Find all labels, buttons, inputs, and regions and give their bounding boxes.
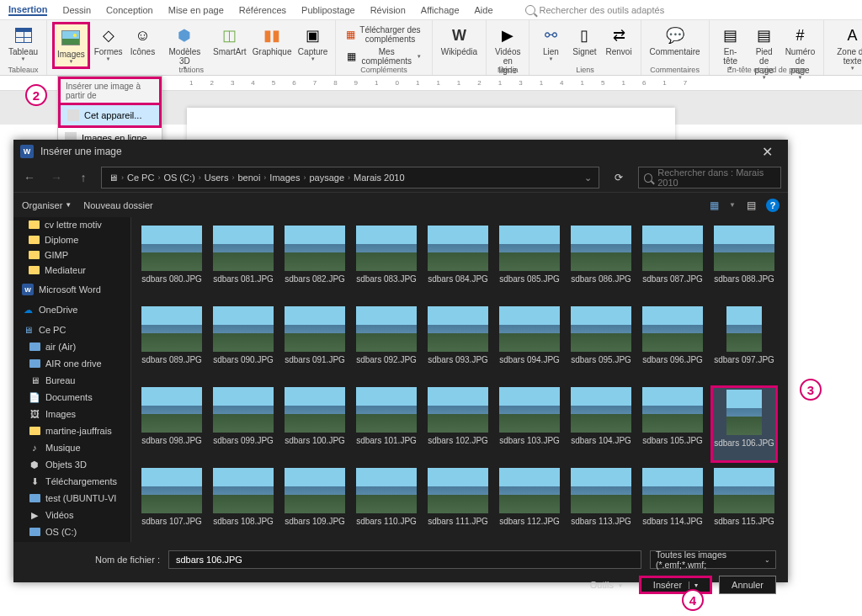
annuler-button[interactable]: Annuler xyxy=(719,576,776,594)
tab-mise-en-page[interactable]: Mise en page xyxy=(168,5,224,15)
up-button[interactable]: ↑ xyxy=(74,168,93,187)
sb-cepc-3[interactable]: 📄Documents xyxy=(13,389,130,406)
sb-cepc-11[interactable]: OS (C:) xyxy=(13,523,130,540)
sb-word[interactable]: WMicrosoft Word xyxy=(13,281,130,298)
lien-button[interactable]: ⚯Lien▼ xyxy=(535,22,567,64)
sb-cepc-9[interactable]: test (UBUNTU-VI xyxy=(13,490,130,507)
sb-cepc[interactable]: 🖥Ce PC xyxy=(13,321,130,338)
file-item[interactable]: sdbars 094.JPG xyxy=(496,305,563,382)
file-item[interactable]: sdbars 096.JPG xyxy=(639,305,706,382)
file-item[interactable]: sdbars 080.JPG xyxy=(138,224,205,301)
file-item[interactable]: sdbars 107.JPG xyxy=(138,466,205,542)
bc-4[interactable]: Images xyxy=(269,173,300,183)
refresh-button[interactable]: ⟳ xyxy=(608,167,630,189)
wikipedia-button[interactable]: WWikipédia xyxy=(438,22,481,59)
file-item[interactable]: sdbars 095.JPG xyxy=(567,305,635,382)
file-item[interactable]: sdbars 086.JPG xyxy=(567,224,635,301)
formes-button[interactable]: ◇Formes▼ xyxy=(92,22,125,64)
sb-cepc-6[interactable]: ♪Musique xyxy=(13,439,130,456)
file-item[interactable]: sdbars 115.JPG xyxy=(710,466,778,542)
sb-quick-2[interactable]: GIMP xyxy=(13,247,130,263)
file-item[interactable]: sdbars 105.JPG xyxy=(639,385,706,463)
file-item[interactable]: sdbars 102.JPG xyxy=(424,385,492,463)
file-grid[interactable]: sdbars 080.JPGsdbars 081.JPGsdbars 082.J… xyxy=(131,217,788,542)
help-button[interactable]: ? xyxy=(766,199,780,212)
renvoi-button[interactable]: ⇄Renvoi xyxy=(602,22,635,59)
tab-insertion[interactable]: Insertion xyxy=(8,4,47,16)
back-button[interactable]: ← xyxy=(20,168,39,187)
file-item[interactable]: sdbars 092.JPG xyxy=(353,305,420,382)
file-item[interactable]: sdbars 090.JPG xyxy=(210,305,277,382)
file-item[interactable]: sdbars 111.JPG xyxy=(424,466,492,542)
file-item[interactable]: sdbars 091.JPG xyxy=(281,305,349,382)
cet-appareil-item[interactable]: Cet appareil... xyxy=(58,103,162,128)
file-item[interactable]: sdbars 084.JPG xyxy=(424,224,492,301)
file-item[interactable]: sdbars 083.JPG xyxy=(353,224,420,301)
view-details-icon[interactable]: ▤ xyxy=(744,199,758,212)
bc-0[interactable]: Ce PC xyxy=(127,173,154,183)
tab-publipostage[interactable]: Publipostage xyxy=(301,5,355,15)
file-item[interactable]: sdbars 097.JPG xyxy=(710,305,778,382)
file-item[interactable]: sdbars 114.JPG xyxy=(639,466,706,542)
file-item[interactable]: sdbars 088.JPG xyxy=(710,224,778,301)
images-button[interactable]: Images ▼ xyxy=(52,22,90,69)
file-item[interactable]: sdbars 089.JPG xyxy=(138,305,205,382)
bc-6[interactable]: Marais 2010 xyxy=(354,173,405,183)
sb-quick-0[interactable]: cv lettre motiv xyxy=(13,217,130,232)
sb-cepc-8[interactable]: ⬇Téléchargements xyxy=(13,473,130,490)
telecharger-complements-button[interactable]: ▦Télécharger des compléments xyxy=(343,24,424,45)
smartart-button[interactable]: ◫SmartArt xyxy=(210,22,248,59)
signet-button[interactable]: ▯Signet xyxy=(568,22,600,59)
tab-affichage[interactable]: Affichage xyxy=(421,5,460,15)
filename-input[interactable] xyxy=(168,550,641,569)
sb-cepc-1[interactable]: AIR one drive xyxy=(13,355,130,372)
tab-references[interactable]: Références xyxy=(239,5,286,15)
file-item[interactable]: sdbars 100.JPG xyxy=(281,385,349,463)
file-item[interactable]: sdbars 085.JPG xyxy=(496,224,563,301)
commentaire-button[interactable]: 💬Commentaire xyxy=(646,22,704,59)
sb-cepc-7[interactable]: ⬢Objets 3D xyxy=(13,456,130,473)
sb-cepc-4[interactable]: 🖼Images xyxy=(13,406,130,422)
zone-texte-button[interactable]: AZone de texte▼ xyxy=(829,22,862,73)
mes-complements-button[interactable]: ▦Mes compléments▼ xyxy=(343,45,424,67)
tab-dessin[interactable]: Dessin xyxy=(62,5,91,15)
file-item[interactable]: sdbars 106.JPG xyxy=(710,385,778,463)
ribbon-search[interactable]: Rechercher des outils adaptés xyxy=(525,5,665,15)
sb-cepc-0[interactable]: air (Air) xyxy=(13,338,130,355)
sidebar[interactable]: cv lettre motiv Diplome GIMP Mediateur W… xyxy=(13,217,131,542)
file-type-filter[interactable]: Toutes les images (*.emf;*.wmf;⌄ xyxy=(650,550,776,569)
tableau-button[interactable]: Tableau ▼ xyxy=(5,22,41,64)
close-button[interactable]: ✕ xyxy=(753,144,781,160)
outils-button[interactable]: Outils ▼ xyxy=(590,580,624,590)
file-item[interactable]: sdbars 112.JPG xyxy=(496,466,563,542)
bc-2[interactable]: Users xyxy=(205,173,229,183)
tab-revision[interactable]: Révision xyxy=(370,5,406,15)
capture-button[interactable]: ▣Capture▼ xyxy=(295,22,330,64)
view-large-icon[interactable]: ▦ xyxy=(707,199,721,212)
sb-onedrive[interactable]: ☁OneDrive xyxy=(13,301,130,318)
organiser-button[interactable]: Organiser ▼ xyxy=(22,200,72,210)
file-item[interactable]: sdbars 093.JPG xyxy=(424,305,492,382)
file-item[interactable]: sdbars 087.JPG xyxy=(639,224,706,301)
file-item[interactable]: sdbars 108.JPG xyxy=(210,466,277,542)
file-item[interactable]: sdbars 109.JPG xyxy=(281,466,349,542)
file-item[interactable]: sdbars 113.JPG xyxy=(567,466,635,542)
file-item[interactable]: sdbars 110.JPG xyxy=(353,466,420,542)
forward-button[interactable]: → xyxy=(47,168,66,187)
inserer-button[interactable]: Insérer▾ xyxy=(639,576,712,594)
sb-cepc-10[interactable]: ▶Vidéos xyxy=(13,507,130,523)
breadcrumb-dropdown[interactable]: ⌄ xyxy=(584,173,592,183)
bc-5[interactable]: paysage xyxy=(309,173,344,183)
tab-aide[interactable]: Aide xyxy=(475,5,493,15)
icones-button[interactable]: ☺Icônes xyxy=(126,22,158,59)
nouveau-dossier-button[interactable]: Nouveau dossier xyxy=(83,200,153,210)
sb-cepc-5[interactable]: martine-jauffrais xyxy=(13,422,130,439)
file-item[interactable]: sdbars 081.JPG xyxy=(210,224,277,301)
file-item[interactable]: sdbars 104.JPG xyxy=(567,385,635,463)
breadcrumb[interactable]: 🖥› Ce PC› OS (C:)› Users› benoi› Images›… xyxy=(101,167,599,189)
graphique-button[interactable]: ▮▮Graphique xyxy=(250,22,294,59)
sb-quick-1[interactable]: Diplome xyxy=(13,232,130,247)
file-item[interactable]: sdbars 098.JPG xyxy=(138,385,205,463)
sb-cepc-2[interactable]: 🖥Bureau xyxy=(13,372,130,389)
file-item[interactable]: sdbars 103.JPG xyxy=(496,385,563,463)
